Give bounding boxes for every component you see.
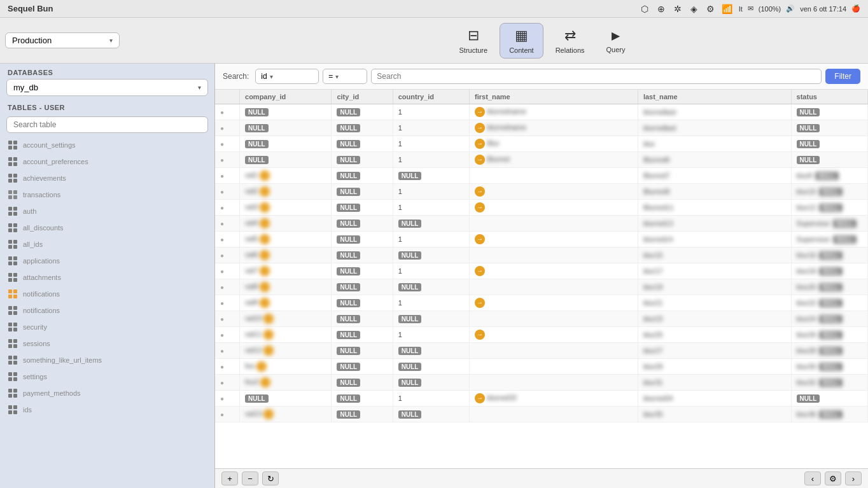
svg-rect-43	[13, 311, 17, 315]
list-item[interactable]: attachments	[0, 269, 214, 286]
list-item[interactable]: auth	[0, 203, 214, 220]
col-last-name[interactable]: last_name	[638, 90, 791, 104]
cell-city-id: NULL	[332, 375, 393, 391]
list-item[interactable]: achievements	[0, 170, 214, 186]
table-grid-icon	[8, 239, 18, 249]
col-city-id[interactable]: city_id	[332, 90, 393, 104]
svg-rect-51	[13, 344, 17, 348]
cell-company-id: NULL	[240, 136, 332, 152]
svg-rect-32	[8, 273, 12, 277]
volume-icon: 🔊	[786, 4, 795, 13]
tab-relations[interactable]: ⇄ Relations	[546, 23, 594, 59]
table-grid-icon	[8, 272, 18, 282]
cell-city-id: NULL	[332, 407, 393, 422]
field-select[interactable]: id ▾	[255, 69, 319, 84]
add-row-button[interactable]: +	[221, 471, 238, 485]
list-item[interactable]: ids	[0, 401, 214, 418]
relations-icon: ⇄	[564, 27, 576, 44]
list-item[interactable]: account_preferences	[0, 153, 214, 170]
next-page-button[interactable]: ›	[845, 471, 862, 485]
cell-last-name: blurredlast	[638, 120, 791, 136]
table-row: ● val4 → NULL NULL blurred13 Supervisor …	[215, 216, 868, 232]
list-item[interactable]: security	[0, 319, 214, 335]
cell-country-id: 1	[393, 184, 469, 200]
cell-last-name: blur15	[638, 247, 791, 263]
table-name: payment_methods	[23, 389, 81, 397]
search-table-input[interactable]	[6, 116, 208, 133]
svg-rect-23	[13, 228, 17, 232]
operator-value: =	[328, 72, 333, 81]
search-input[interactable]	[371, 69, 822, 84]
cell-first-name: → blurredname	[470, 120, 638, 136]
table-row: ● val3 → NULL 1 → Blurred11 blur12 NULL	[215, 200, 868, 216]
table-row: ● val5 → NULL 1 → blurred14 Supervisor N…	[215, 232, 868, 247]
list-item[interactable]: applications	[0, 253, 214, 269]
remove-row-button[interactable]: −	[242, 471, 258, 485]
list-item[interactable]: sessions	[0, 335, 214, 352]
prev-page-button[interactable]: ‹	[804, 471, 821, 485]
cell-city-id: NULL	[332, 104, 393, 120]
svg-rect-45	[13, 323, 17, 326]
data-table: company_id city_id country_id first_name…	[215, 90, 868, 422]
col-company-id[interactable]: company_id	[240, 90, 332, 104]
cell-city-id: NULL	[332, 247, 393, 263]
list-item[interactable]: account_settings	[0, 137, 214, 153]
db-dropdown[interactable]: my_db ▾	[6, 79, 208, 96]
wifi-icon: 📶	[721, 3, 734, 15]
table-grid-icon	[8, 355, 18, 365]
col-first-name[interactable]: first_name	[470, 90, 638, 104]
table-name: achievements	[23, 174, 66, 182]
settings-button[interactable]: ⚙	[825, 471, 841, 485]
tables-section-label: TABLES - USER	[0, 101, 214, 114]
cell-status: blur10 NULL	[791, 184, 867, 200]
refresh-button[interactable]: ↻	[262, 471, 279, 485]
cell-last-name: blur17	[638, 263, 791, 279]
table-row: ● val1 → NULL NULL Blurred7 blur8 NULL	[215, 168, 868, 184]
cell-company-id: val2 →	[240, 184, 332, 200]
svg-rect-37	[13, 289, 17, 293]
svg-rect-67	[13, 410, 17, 414]
table-name: all_ids	[23, 241, 43, 248]
list-item[interactable]: payment_methods	[0, 385, 214, 401]
cell-country-id: 1	[393, 263, 469, 279]
list-item[interactable]: notifications	[0, 302, 214, 319]
cell-id: ●	[215, 152, 240, 168]
data-table-wrapper: company_id city_id country_id first_name…	[215, 90, 868, 468]
tab-query[interactable]: ▶ Query	[597, 23, 635, 58]
col-status[interactable]: status	[791, 90, 867, 104]
list-item[interactable]: something_like_url_items	[0, 352, 214, 368]
table-name: attachments	[23, 274, 61, 281]
list-item[interactable]: all_ids	[0, 236, 214, 253]
cell-first-name	[470, 311, 638, 327]
cell-company-id: val1 →	[240, 168, 332, 184]
cell-status: blur8 NULL	[791, 168, 867, 184]
filter-button[interactable]: Filter	[825, 69, 860, 84]
table-name: sessions	[23, 340, 50, 347]
col-country-id[interactable]: country_id	[393, 90, 469, 104]
svg-rect-53	[13, 356, 17, 359]
tab-structure[interactable]: ⊟ Structure	[450, 23, 498, 59]
svg-rect-38	[8, 295, 12, 298]
apple-icon: 🍎	[851, 4, 860, 13]
svg-rect-55	[13, 361, 17, 365]
cell-first-name	[470, 375, 638, 391]
cell-last-name: Blurred11	[638, 200, 791, 216]
list-item[interactable]: settings	[0, 368, 214, 385]
table-name: applications	[23, 257, 60, 265]
db-selector[interactable]: Production ▾	[5, 32, 120, 48]
cell-status: blur22 NULL	[791, 295, 867, 311]
list-item[interactable]: notifications	[0, 286, 214, 302]
list-item[interactable]: all_discounts	[0, 220, 214, 236]
table-grid-icon	[8, 190, 18, 200]
table-grid-icon	[8, 173, 18, 183]
table-row: ● val6 → NULL NULL blur15 blur16 NULL	[215, 247, 868, 263]
cell-first-name	[470, 247, 638, 263]
svg-rect-59	[13, 377, 17, 381]
cell-country-id: NULL	[393, 216, 469, 232]
operator-select[interactable]: = ▾	[323, 69, 367, 84]
list-item[interactable]: transactions	[0, 186, 214, 203]
table-grid-icon	[8, 338, 18, 349]
tab-content[interactable]: ▦ Content	[500, 23, 543, 59]
cell-status: Supervisor NULL	[791, 216, 867, 232]
cell-city-id: NULL	[332, 295, 393, 311]
